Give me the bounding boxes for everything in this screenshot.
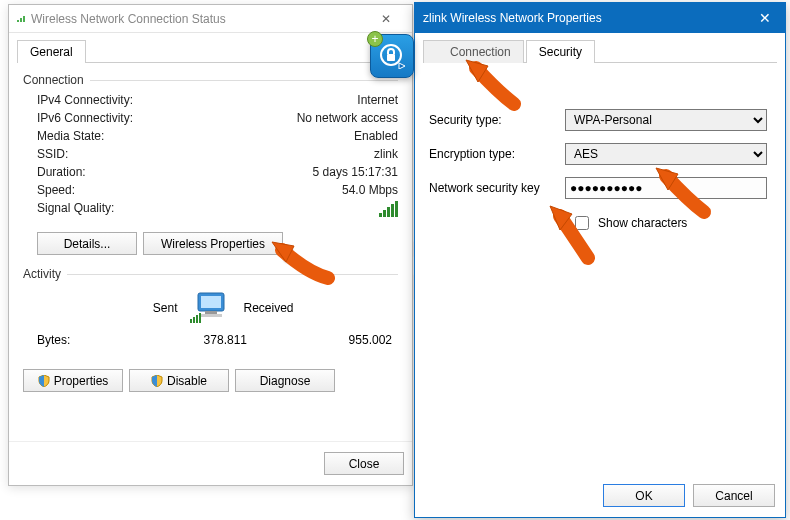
props-title: zlink Wireless Network Properties	[423, 11, 753, 25]
props-tabs: Connection Security	[423, 39, 777, 63]
ipv6-value: No network access	[297, 111, 398, 125]
shield-icon	[151, 375, 163, 387]
security-type-select[interactable]: WPA-Personal	[565, 109, 767, 131]
details-button[interactable]: Details...	[37, 232, 137, 255]
props-titlebar[interactable]: zlink Wireless Network Properties ✕	[415, 3, 785, 33]
shield-icon	[38, 375, 50, 387]
speed-label: Speed:	[37, 183, 75, 197]
disable-button[interactable]: Disable	[129, 369, 229, 392]
duration-label: Duration:	[37, 165, 86, 179]
status-window: Wireless Network Connection Status ✕ Gen…	[8, 4, 413, 486]
encryption-type-select[interactable]: AES	[565, 143, 767, 165]
encryption-type-label: Encryption type:	[429, 147, 565, 161]
security-type-label: Security type:	[429, 113, 565, 127]
bytes-sent: 378.811	[147, 333, 247, 347]
svg-rect-3	[200, 314, 222, 317]
media-value: Enabled	[354, 129, 398, 143]
speed-value: 54.0 Mbps	[342, 183, 398, 197]
wireless-properties-button[interactable]: Wireless Properties	[143, 232, 283, 255]
cancel-button[interactable]: Cancel	[693, 484, 775, 507]
status-title: Wireless Network Connection Status	[31, 12, 366, 26]
lock-badge-icon: +	[370, 34, 414, 78]
ssid-value: zlink	[374, 147, 398, 161]
lock-icon	[379, 43, 405, 69]
show-characters-checkbox[interactable]	[575, 216, 589, 230]
ssid-label: SSID:	[37, 147, 68, 161]
svg-rect-4	[190, 319, 192, 323]
ipv4-label: IPv4 Connectivity:	[37, 93, 133, 107]
network-key-input[interactable]	[565, 177, 767, 199]
signalq-value	[379, 201, 398, 220]
tab-security[interactable]: Security	[526, 40, 595, 63]
status-tabs: General	[17, 39, 404, 63]
sent-label: Sent	[58, 301, 178, 315]
properties-button[interactable]: Properties	[23, 369, 123, 392]
svg-rect-2	[205, 311, 217, 314]
bytes-label: Bytes:	[37, 333, 147, 347]
duration-value: 5 days 15:17:31	[313, 165, 398, 179]
network-key-field: Network security key	[423, 177, 777, 199]
diagnose-button[interactable]: Diagnose	[235, 369, 335, 392]
ipv4-value: Internet	[357, 93, 398, 107]
security-type-field: Security type: WPA-Personal	[423, 109, 777, 131]
svg-rect-5	[193, 317, 195, 323]
show-characters-label: Show characters	[598, 216, 687, 230]
tabs-container: General	[9, 33, 412, 63]
status-body: Connection IPv4 Connectivity:Internet IP…	[9, 63, 412, 441]
close-icon[interactable]: ✕	[753, 10, 777, 26]
media-label: Media State:	[37, 129, 104, 143]
svg-rect-1	[201, 296, 221, 308]
show-characters-row: Show characters	[571, 213, 777, 233]
close-button[interactable]: Close	[324, 452, 404, 475]
network-activity-icon	[190, 291, 232, 325]
ipv6-label: IPv6 Connectivity:	[37, 111, 133, 125]
properties-window: zlink Wireless Network Properties ✕ Conn…	[414, 2, 786, 518]
svg-marker-10	[399, 63, 405, 69]
signal-bars-icon	[379, 201, 398, 217]
signal-icon	[15, 12, 27, 26]
received-label: Received	[244, 301, 364, 315]
connection-group-label: Connection	[23, 73, 398, 87]
tab-general[interactable]: General	[17, 40, 86, 63]
svg-rect-9	[387, 54, 395, 61]
activity-group-label: Activity	[23, 267, 398, 281]
svg-rect-6	[196, 315, 198, 323]
bytes-received: 955.002	[292, 333, 392, 347]
plus-icon: +	[367, 31, 383, 47]
encryption-type-field: Encryption type: AES	[423, 143, 777, 165]
network-key-label: Network security key	[429, 181, 565, 195]
close-icon[interactable]: ✕	[366, 8, 406, 30]
tab-connection[interactable]: Connection	[423, 40, 524, 63]
activity-row: Sent Received	[23, 291, 398, 325]
svg-rect-7	[199, 313, 201, 323]
ok-button[interactable]: OK	[603, 484, 685, 507]
signalq-label: Signal Quality:	[37, 201, 114, 220]
status-titlebar[interactable]: Wireless Network Connection Status ✕	[9, 5, 412, 33]
